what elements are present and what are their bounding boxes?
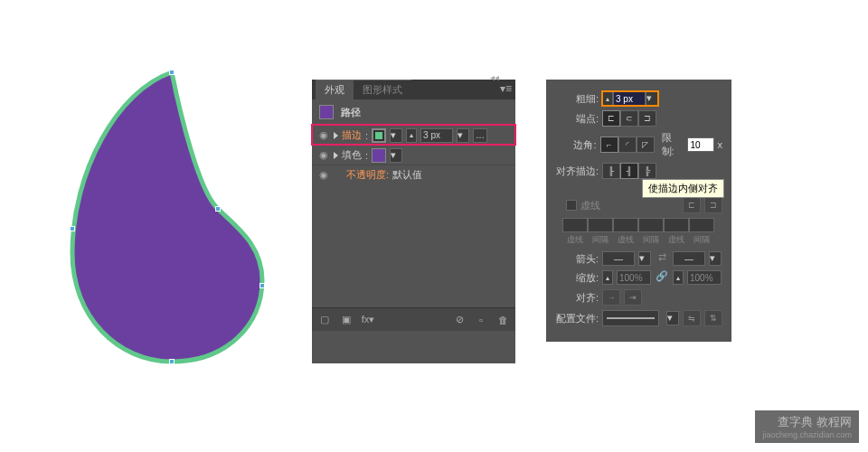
corner-miter-button[interactable]: ⌐	[600, 137, 618, 153]
dash-preserve-button[interactable]: ⊏	[683, 197, 701, 213]
align-inside-button[interactable]: ╢	[620, 163, 638, 179]
weight-label: 粗细:	[546, 92, 599, 106]
arrow-start-dropdown[interactable]: —	[602, 251, 635, 266]
opacity-row[interactable]: ◉ 不透明度: 默认值	[312, 165, 515, 184]
align-center-button[interactable]: ╟	[602, 163, 620, 179]
cap-projecting-button[interactable]: ⊐	[638, 110, 656, 127]
arrow-align-extend-button[interactable]: →	[602, 289, 620, 306]
arrow-label: 箭头:	[546, 252, 599, 266]
align-stroke-label: 对齐描边:	[546, 165, 599, 178]
cap-buttons: ⊏ ⊂ ⊐	[602, 110, 656, 127]
flip-across-button[interactable]: ⇅	[704, 310, 722, 326]
path-label: 路径	[341, 106, 361, 119]
canvas[interactable]	[63, 63, 289, 371]
dash-input[interactable]	[613, 218, 638, 232]
opacity-label[interactable]: 不透明度:	[346, 168, 389, 182]
dash-input[interactable]	[664, 218, 689, 232]
expand-icon[interactable]	[334, 132, 338, 139]
corner-round-button[interactable]: ◜	[618, 137, 637, 153]
stroke-weight-input[interactable]	[420, 128, 453, 143]
expand-icon[interactable]	[334, 152, 338, 159]
cap-round-button[interactable]: ⊂	[620, 110, 638, 127]
stroke-color-dropdown[interactable]: ▾	[390, 128, 402, 143]
arrow-end-dd-btn[interactable]: ▾	[709, 251, 722, 266]
dash-inputs	[562, 218, 722, 232]
gap-input[interactable]	[638, 218, 664, 232]
arrow-align-tip-button[interactable]: ⇥	[624, 289, 642, 306]
appearance-panel: ◂◂ 外观 图形样式 ▾≡ 路径 ◉ 描边: ▾ ▴ ▾ … ◉ 填色: ▾	[312, 80, 515, 363]
profile-label: 配置文件:	[546, 312, 599, 325]
stroke-weight-stepper[interactable]: ▴	[406, 128, 417, 143]
stroke-label[interactable]: 描边	[342, 128, 362, 142]
dashed-checkbox[interactable]	[566, 200, 577, 211]
align-stroke-buttons: ╟ ╢ ╠	[602, 163, 656, 179]
arrow-start-dd-btn[interactable]: ▾	[638, 251, 651, 266]
tab-graphic-styles[interactable]: 图形样式	[354, 80, 411, 99]
align-outside-button[interactable]: ╠	[638, 163, 656, 179]
corner-label: 边角:	[546, 138, 597, 152]
opacity-value: 默认值	[392, 168, 422, 182]
clear-icon[interactable]: ⊘	[452, 313, 467, 327]
selected-path[interactable]	[63, 63, 253, 353]
weight-stepper[interactable]: ▴ ▾	[602, 91, 658, 106]
visibility-icon[interactable]: ◉	[317, 129, 330, 141]
stroke-panel: 粗细: ▴ ▾ 端点: ⊏ ⊂ ⊐ 边角: ⌐ ◜ ◸ 限制: x 对齐描边: …	[546, 80, 731, 342]
trash-icon[interactable]: 🗑	[495, 313, 510, 327]
path-header: 路径	[312, 99, 515, 125]
panel-footer: ▢ ▣ fx▾ ⊘ ▫ 🗑	[312, 307, 515, 331]
new-fill-icon[interactable]: ▣	[339, 313, 354, 327]
limit-input[interactable]	[687, 137, 714, 152]
limit-label: 限制:	[662, 131, 684, 158]
scale-start-input[interactable]	[617, 270, 651, 285]
profile-dropdown[interactable]	[602, 310, 659, 326]
fill-row[interactable]: ◉ 填色: ▾	[312, 145, 515, 165]
fill-color-swatch[interactable]	[372, 148, 386, 163]
panel-tabs: ◂◂ 外观 图形样式 ▾≡	[312, 80, 515, 99]
flip-along-button[interactable]: ⇋	[683, 310, 701, 326]
swap-arrows-icon[interactable]: ⇄	[655, 251, 669, 266]
stroke-weight-dropdown[interactable]: ▾	[457, 128, 469, 143]
collapse-icon[interactable]: ◂◂	[490, 72, 499, 82]
fill-color-dropdown[interactable]: ▾	[390, 148, 402, 163]
visibility-icon[interactable]: ◉	[317, 169, 330, 181]
align-arrow-label: 对齐:	[546, 291, 599, 305]
tooltip: 使描边内侧对齐	[642, 179, 724, 198]
cap-butt-button[interactable]: ⊏	[602, 110, 620, 127]
stroke-options-button[interactable]: …	[473, 128, 487, 143]
panel-menu-icon[interactable]: ▾≡	[500, 82, 512, 95]
fill-label: 填色	[342, 148, 362, 162]
arrow-end-dropdown[interactable]: —	[673, 251, 705, 266]
profile-dd-btn[interactable]: ▾	[666, 311, 679, 325]
scale-start-step[interactable]: ▴	[602, 270, 613, 285]
stroke-row[interactable]: ◉ 描边: ▾ ▴ ▾ …	[312, 125, 515, 145]
dash-input[interactable]	[562, 218, 588, 232]
scale-end-input[interactable]	[687, 270, 722, 285]
limit-unit: x	[718, 139, 723, 150]
weight-input[interactable]	[613, 91, 646, 106]
corner-buttons: ⌐ ◜ ◸	[600, 137, 655, 153]
cap-label: 端点:	[546, 112, 599, 126]
new-stroke-icon[interactable]: ▢	[317, 313, 332, 327]
gap-input[interactable]	[588, 218, 613, 232]
dash-align-button[interactable]: ⊐	[704, 197, 722, 213]
visibility-icon[interactable]: ◉	[317, 149, 330, 161]
path-thumbnail	[319, 105, 334, 119]
link-scale-icon[interactable]: 🔗	[655, 270, 669, 285]
corner-bevel-button[interactable]: ◸	[637, 137, 655, 153]
watermark: 查字典 教程网 jiaocheng.chazidian.com	[755, 410, 859, 443]
stroke-color-swatch[interactable]	[372, 128, 386, 143]
gap-input[interactable]	[689, 218, 714, 232]
dashed-label: 虚线	[580, 199, 600, 212]
scale-label: 缩放:	[546, 271, 599, 285]
duplicate-icon[interactable]: ▫	[474, 313, 488, 327]
fx-icon[interactable]: fx▾	[361, 313, 375, 327]
tab-appearance[interactable]: 外观	[316, 80, 354, 99]
scale-end-step[interactable]: ▴	[673, 270, 684, 285]
